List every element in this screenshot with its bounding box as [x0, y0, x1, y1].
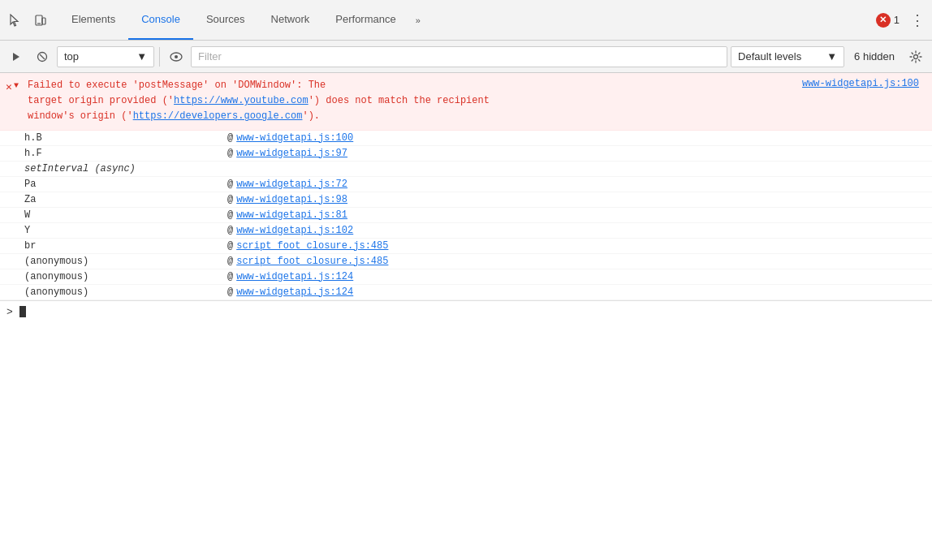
divider [159, 47, 160, 67]
eye-button[interactable] [165, 45, 188, 68]
svg-line-5 [40, 54, 45, 59]
stack-frame-name: h.B [24, 132, 227, 144]
stack-at-symbol: @ [227, 225, 233, 236]
stack-at-symbol: @ [227, 256, 233, 267]
filter-input[interactable] [191, 46, 727, 67]
svg-point-7 [175, 55, 178, 58]
tab-sources[interactable]: Sources [193, 0, 258, 40]
tab-list: Elements Console Sources Network Perform… [58, 0, 427, 40]
stack-frame-link[interactable]: www-widgetapi.js:98 [236, 194, 347, 205]
error-body: Failed to execute 'postMessage' on 'DOMW… [24, 76, 932, 127]
device-toggle-button[interactable] [29, 9, 52, 32]
stack-frame-name: (anonymous) [24, 286, 227, 298]
hidden-count: 6 hidden [848, 50, 901, 62]
stack-frame-row: W@ www-widgetapi.js:81 [0, 208, 932, 223]
stack-frame-link[interactable]: www-widgetapi.js:124 [236, 271, 353, 282]
stack-frame-name: Za [24, 194, 227, 205]
error-entry: ✕ ▼ Failed to execute 'postMessage' on '… [0, 73, 932, 131]
stack-frame-link[interactable]: www-widgetapi.js:81 [236, 209, 347, 221]
svg-point-8 [914, 54, 918, 58]
clear-console-button[interactable] [31, 45, 54, 68]
stack-frame-name: h.F [24, 148, 227, 159]
stack-frame-row: Pa@ www-widgetapi.js:72 [0, 177, 932, 192]
stack-frame-link[interactable]: www-widgetapi.js:102 [236, 225, 353, 236]
stack-at-symbol: @ [227, 271, 233, 282]
error-count: 1 [894, 14, 900, 26]
stack-frame-link[interactable]: www-widgetapi.js:100 [236, 132, 353, 144]
console-content: ✕ ▼ Failed to execute 'postMessage' on '… [0, 73, 932, 560]
toolbar-icons [3, 9, 52, 32]
stack-frame-name: (anonymous) [24, 271, 227, 282]
stack-frame-link[interactable]: script_foot_closure.js:485 [236, 240, 388, 252]
error-message-line2: target origin provided ('https://www.you… [28, 95, 490, 106]
stack-frame-link[interactable]: www-widgetapi.js:72 [236, 179, 347, 190]
chevron-down-icon: ▼ [136, 50, 147, 62]
stack-frame-row: (anonymous)@ www-widgetapi.js:124 [0, 285, 932, 300]
console-settings-button[interactable] [904, 45, 927, 68]
stack-frame-row: Y@ www-widgetapi.js:102 [0, 223, 932, 239]
stack-frame-link[interactable]: www-widgetapi.js:97 [236, 148, 347, 159]
console-cursor [19, 306, 26, 317]
stack-at-symbol: @ [227, 148, 233, 159]
stack-frame-row: (anonymous)@ script_foot_closure.js:485 [0, 254, 932, 269]
console-toolbar: top ▼ Default levels ▼ 6 hidden [0, 41, 932, 73]
svg-marker-3 [13, 53, 19, 61]
error-message-line3: window's origin ('https://developers.goo… [28, 110, 320, 122]
stack-at-symbol: @ [227, 209, 233, 221]
error-header: Failed to execute 'postMessage' on 'DOMW… [28, 78, 929, 125]
error-gutter: ✕ ▼ [0, 76, 24, 127]
execute-button[interactable] [5, 45, 28, 68]
stack-frame-row: br@ script_foot_closure.js:485 [0, 239, 932, 254]
error-source-link[interactable]: www-widgetapi.js:100 [802, 78, 929, 125]
stack-frame-row: Za@ www-widgetapi.js:98 [0, 192, 932, 208]
stack-at-symbol: @ [227, 194, 233, 205]
stack-frame-name: Y [24, 225, 227, 236]
svg-rect-1 [42, 18, 45, 24]
stack-frame-link[interactable]: script_foot_closure.js:485 [236, 256, 388, 267]
stack-at-symbol: @ [227, 286, 233, 298]
stack-frame-row: (anonymous)@ www-widgetapi.js:124 [0, 269, 932, 285]
stack-frame-name: Pa [24, 179, 227, 190]
tab-network[interactable]: Network [258, 0, 323, 40]
stack-frame-link[interactable]: www-widgetapi.js:124 [236, 286, 353, 298]
more-options-button[interactable]: ⋮ [906, 9, 929, 32]
error-message-container: Failed to execute 'postMessage' on 'DOMW… [28, 78, 802, 125]
stack-frame-row: h.B@ www-widgetapi.js:100 [0, 131, 932, 146]
top-toolbar: Elements Console Sources Network Perform… [0, 0, 932, 41]
stack-frame-name: br [24, 240, 227, 252]
tab-elements[interactable]: Elements [58, 0, 128, 40]
stack-at-symbol: @ [227, 179, 233, 190]
stack-frame-name: (anonymous) [24, 256, 227, 267]
cursor-tool-button[interactable] [3, 9, 26, 32]
console-input-row[interactable]: > [0, 300, 932, 323]
stack-at-symbol: @ [227, 132, 233, 144]
levels-selector[interactable]: Default levels ▼ [731, 46, 844, 67]
context-selector[interactable]: top ▼ [57, 46, 154, 67]
stack-frame-row: h.F@ www-widgetapi.js:97 [0, 146, 932, 162]
stack-frames: h.B@ www-widgetapi.js:100h.F@ www-widget… [0, 131, 932, 300]
levels-chevron-icon: ▼ [826, 50, 837, 62]
error-x-icon: ✕ [6, 80, 12, 93]
youtube-link[interactable]: https://www.youtube.com [174, 95, 309, 106]
google-dev-link[interactable]: https://developers.google.com [133, 110, 303, 122]
tab-console[interactable]: Console [128, 0, 193, 40]
error-message-line1: Failed to execute 'postMessage' on 'DOMW… [28, 80, 326, 91]
toggle-arrow-icon[interactable]: ▼ [14, 81, 19, 90]
error-circle-icon: ✕ [876, 13, 891, 28]
stack-frame-name: W [24, 209, 227, 221]
tab-performance[interactable]: Performance [322, 0, 408, 40]
stack-at-symbol: @ [227, 240, 233, 252]
stack-async-row: setInterval (async) [0, 162, 932, 177]
console-prompt-icon: > [6, 306, 13, 318]
error-badge[interactable]: ✕ 1 [876, 13, 900, 28]
tab-more-button[interactable]: » [409, 0, 427, 40]
